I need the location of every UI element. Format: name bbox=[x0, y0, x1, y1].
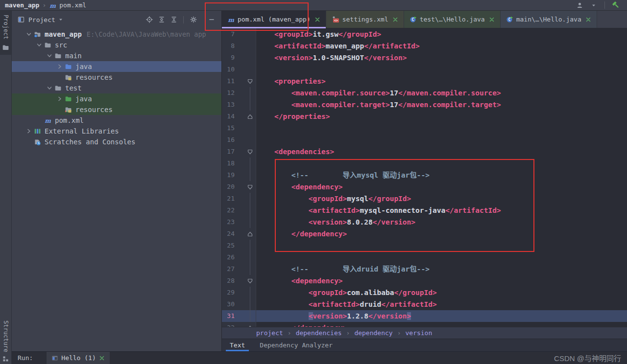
expand-all-icon[interactable] bbox=[155, 14, 168, 25]
editor-line[interactable]: 26 bbox=[222, 251, 627, 263]
close-icon[interactable] bbox=[314, 17, 320, 23]
editor-line[interactable]: 12 <maven.compiler.source>17</maven.comp… bbox=[222, 87, 627, 99]
editor-body[interactable]: 7 <groupId>it.gsw</groupId>8 <artifactId… bbox=[222, 28, 627, 327]
editor-line[interactable]: 28 <dependency> bbox=[222, 275, 627, 287]
chevron-down-icon[interactable] bbox=[35, 42, 44, 48]
upper-row: Project maven_appE:\Code\JAVA\JavaWeb\ma… bbox=[12, 11, 627, 351]
xml-breadcrumb-version[interactable]: version bbox=[405, 329, 432, 337]
close-icon[interactable] bbox=[99, 355, 105, 361]
locate-icon[interactable] bbox=[143, 14, 155, 25]
editor-line[interactable]: 22 <artifactId>mysql-connector-java</art… bbox=[222, 205, 627, 216]
user-icon[interactable] bbox=[574, 0, 586, 11]
breadcrumb: maven_app › m pom.xml bbox=[5, 1, 86, 9]
editor-line[interactable]: 17 <dependencies> bbox=[222, 146, 627, 158]
editor-tab-test-hello-java[interactable]: Ctest\…\Hello.java bbox=[404, 11, 501, 28]
fold-up-icon[interactable] bbox=[235, 322, 256, 327]
breadcrumb-file[interactable]: pom.xml bbox=[59, 1, 86, 9]
tree-item-resources[interactable]: resources bbox=[12, 104, 221, 115]
fold-down-icon[interactable] bbox=[235, 146, 256, 158]
editor-line[interactable]: 31 <version>1.2.8</version> bbox=[222, 310, 627, 322]
settings-gear-icon[interactable] bbox=[187, 14, 199, 25]
toolbar-right bbox=[574, 0, 622, 11]
fold-down-icon[interactable] bbox=[235, 75, 256, 87]
editor-line[interactable]: 11 <properties> bbox=[222, 75, 627, 87]
chevron-down-icon[interactable] bbox=[24, 31, 33, 38]
code-line: <dependency> bbox=[256, 275, 627, 287]
editor-tab-pom-xml-maven-app[interactable]: mpom.xml (maven_app) bbox=[222, 11, 326, 28]
fold-up-icon[interactable] bbox=[235, 228, 256, 240]
editor-line[interactable]: 32 </dependency> bbox=[222, 322, 627, 327]
editor-line[interactable]: 9 <version>1.0-SNAPSHOT</version> bbox=[222, 52, 627, 64]
bottom-tab-dependency-analyzer[interactable]: Dependency Analyzer bbox=[259, 339, 334, 351]
editor-line[interactable]: 30 <artifactId>druid</artifactId> bbox=[222, 298, 627, 310]
xml-breadcrumb-dependencies[interactable]: dependencies bbox=[296, 329, 342, 337]
fold-down-icon[interactable] bbox=[235, 181, 256, 193]
stripe-structure-button[interactable]: Structure bbox=[0, 320, 11, 364]
fold-gutter bbox=[235, 134, 256, 146]
tree-item-scratches-and-consoles[interactable]: Scratches and Consoles bbox=[12, 136, 221, 147]
bottom-tab-text[interactable]: Text bbox=[229, 339, 246, 351]
editor-gutter: 25 bbox=[222, 240, 256, 251]
fold-gutter bbox=[235, 251, 256, 263]
editor-line[interactable]: 18 bbox=[222, 158, 627, 169]
tree-item-label: Scratches and Consoles bbox=[45, 138, 135, 146]
chevron-down-icon[interactable] bbox=[45, 52, 54, 59]
chevron-right-icon[interactable] bbox=[55, 63, 64, 70]
line-number: 28 bbox=[222, 275, 235, 287]
editor-line[interactable]: 19 <!-- 导入mysql 驱动jar包--> bbox=[222, 169, 627, 181]
editor-gutter: 13 bbox=[222, 99, 256, 111]
tree-item-java[interactable]: java bbox=[12, 93, 221, 104]
editor-line[interactable]: 24 </dependency> bbox=[222, 228, 627, 240]
editor-line[interactable]: 25 bbox=[222, 240, 627, 251]
hide-icon[interactable] bbox=[205, 14, 217, 25]
close-icon[interactable] bbox=[392, 17, 398, 23]
editor-line[interactable]: 8 <artifactId>maven_app</artifactId> bbox=[222, 40, 627, 52]
fold-gutter bbox=[235, 205, 256, 216]
editor-line[interactable]: 15 bbox=[222, 122, 627, 134]
code-line: <artifactId>maven_app</artifactId> bbox=[256, 40, 627, 52]
tree-item-src[interactable]: src bbox=[12, 40, 221, 50]
editor-line[interactable]: 29 <groupId>com.alibaba</groupId> bbox=[222, 287, 627, 298]
tree-item-java[interactable]: java bbox=[12, 61, 221, 72]
tree-item-test[interactable]: test bbox=[12, 83, 221, 93]
project-panel-title[interactable]: Project bbox=[28, 16, 55, 23]
fold-down-icon[interactable] bbox=[235, 275, 256, 287]
chevron-down-icon[interactable] bbox=[45, 85, 54, 91]
editor-line[interactable]: 10 bbox=[222, 64, 627, 75]
svg-text:<>: <> bbox=[334, 19, 338, 23]
close-icon[interactable] bbox=[489, 17, 495, 23]
close-icon[interactable] bbox=[585, 17, 591, 23]
editor-line[interactable]: 7 <groupId>it.gsw</groupId> bbox=[222, 28, 627, 40]
maven-icon: m bbox=[44, 117, 52, 124]
editor-gutter: 31 bbox=[222, 310, 256, 322]
stripe-project-button[interactable]: Project bbox=[0, 11, 11, 55]
collapse-all-icon[interactable] bbox=[168, 14, 180, 25]
editor-gutter: 20 bbox=[222, 181, 256, 193]
editor-line[interactable]: 16 bbox=[222, 134, 627, 146]
line-number: 31 bbox=[222, 310, 235, 322]
editor-line[interactable]: 13 <maven.compiler.target>17</maven.comp… bbox=[222, 99, 627, 111]
xml-breadcrumb-dependency[interactable]: dependency bbox=[354, 329, 392, 337]
editor-tab-settings-xml[interactable]: <>settings.xml bbox=[326, 11, 404, 28]
tree-item-main[interactable]: main bbox=[12, 50, 221, 61]
editor-line[interactable]: 20 <dependency> bbox=[222, 181, 627, 193]
editor-line[interactable]: 21 <groupId>mysql</groupId> bbox=[222, 193, 627, 205]
fold-up-icon[interactable] bbox=[235, 111, 256, 122]
tree-item-resources[interactable]: resources bbox=[12, 72, 221, 83]
tree-item-external-libraries[interactable]: External Libraries bbox=[12, 126, 221, 136]
xml-breadcrumb-project[interactable]: project bbox=[256, 329, 283, 337]
chevron-right-icon[interactable] bbox=[55, 95, 64, 102]
tree-item-pom-xml[interactable]: mpom.xml bbox=[12, 115, 221, 126]
caret-down-icon[interactable] bbox=[58, 18, 63, 22]
editor-line[interactable]: 27 <!-- 导入druid 驱动jar包--> bbox=[222, 263, 627, 275]
build-hammer-icon[interactable] bbox=[610, 0, 622, 11]
tree-item-maven-app[interactable]: maven_appE:\Code\JAVA\JavaWeb\maven_app bbox=[12, 29, 221, 40]
editor-line[interactable]: 23 <version>8.0.28</version> bbox=[222, 216, 627, 228]
caret-down-icon[interactable] bbox=[587, 0, 600, 11]
run-tab-hello[interactable]: Hello (1) bbox=[47, 352, 109, 364]
editor-line[interactable]: 14 </properties> bbox=[222, 111, 627, 122]
folder-gray-icon bbox=[54, 85, 62, 92]
breadcrumb-project[interactable]: maven_app bbox=[5, 1, 39, 9]
editor-tab-main-hello-java[interactable]: Cmain\…\Hello.java bbox=[501, 11, 597, 28]
chevron-right-icon[interactable] bbox=[24, 128, 33, 135]
